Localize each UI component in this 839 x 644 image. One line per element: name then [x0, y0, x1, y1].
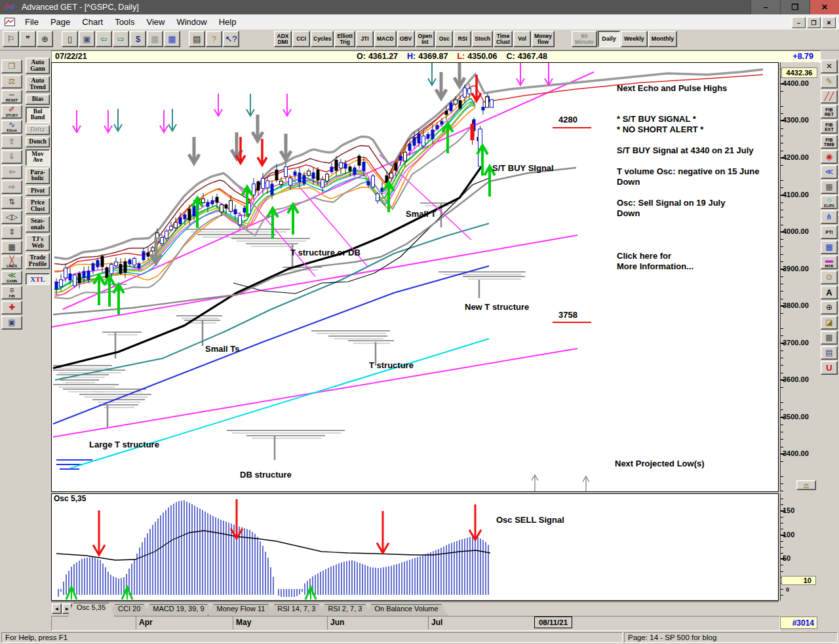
study-toolbar-button[interactable]: Vol	[513, 31, 531, 47]
eraser-icon[interactable]: ◪	[821, 316, 838, 330]
sidebar-study-button[interactable]: Auto Gann	[26, 58, 50, 74]
tab-macd[interactable]: MACD 19, 39, 9	[144, 604, 213, 616]
compress-vertical-icon[interactable]: ⇅	[1, 195, 22, 209]
study-toolbar-button[interactable]: OBV	[397, 31, 415, 47]
gann-tool-icon[interactable]: ≪GANN	[1, 271, 22, 284]
print-icon[interactable]: ▤	[189, 31, 205, 47]
arrow-up-icon[interactable]: ⇧	[1, 135, 22, 149]
menu-chart[interactable]: Chart	[76, 16, 109, 28]
study-toolbar-button[interactable]: Cycles	[311, 31, 334, 47]
reset-icon[interactable]: ⇔RESET	[1, 90, 22, 104]
mdi-restore-button[interactable]: ❐	[807, 17, 821, 28]
price-axis[interactable]: 4432.36 4400.004300.004200.004100.004000…	[780, 62, 819, 492]
menu-page[interactable]: Page	[45, 16, 76, 28]
arrow-down-icon[interactable]: ⇩	[1, 150, 22, 164]
page-forward-icon[interactable]: ⇨	[113, 31, 129, 47]
study-toolbar-button[interactable]: CCI	[292, 31, 310, 47]
annotation-click-here[interactable]: Click here for	[617, 251, 671, 261]
study-toolbar-button[interactable]: Elliott Trig	[334, 31, 355, 47]
fib-extension-icon[interactable]: FIB EXT	[821, 120, 838, 134]
mdi-minimize-button[interactable]: –	[792, 17, 806, 28]
grid-color-icon[interactable]: ▦	[164, 31, 180, 47]
oscillator-panel[interactable]	[51, 493, 779, 601]
grid-dots-icon[interactable]: ▦	[1, 240, 22, 254]
sidebar-study-button[interactable]: Donch	[26, 137, 50, 147]
study-toolbar-button[interactable]: Stoch	[472, 31, 493, 47]
sidebar-study-button[interactable]: Mov Ave	[26, 149, 50, 166]
tab-cci-20[interactable]: CCI 20	[109, 604, 149, 616]
timeframe-button[interactable]: Weekly	[621, 31, 648, 47]
save-icon[interactable]: ▣	[79, 31, 95, 47]
menu-tools[interactable]: Tools	[109, 16, 140, 28]
compress-time-icon[interactable]: ⇕	[1, 225, 22, 239]
pitchfork-icon[interactable]: ⋔	[821, 210, 838, 224]
profit-taking-icon[interactable]: ⊙	[821, 271, 838, 284]
study-toolbar-button[interactable]: JTI	[356, 31, 374, 47]
close-button[interactable]: ✕	[810, 0, 839, 14]
fib-time-icon[interactable]: FIB TIME	[821, 135, 838, 149]
context-help-icon[interactable]: ↖?	[223, 31, 239, 47]
annotation-more-information[interactable]: More Information...	[617, 261, 693, 271]
sidebar-study-button[interactable]: Seas- onals	[26, 216, 50, 233]
study-toolbar-button[interactable]: Open Int	[416, 31, 435, 47]
study-toolbar-button[interactable]: ADX DMI	[274, 31, 292, 47]
grid-tool-icon[interactable]: ▦	[821, 180, 838, 194]
menu-view[interactable]: View	[140, 16, 170, 28]
ellipse-tool-icon[interactable]: ○ELIPS	[821, 195, 838, 209]
mob-icon[interactable]: ▬MOB	[821, 256, 838, 269]
crosshair-icon[interactable]: ✚	[1, 301, 22, 314]
sidebar-study-button[interactable]: TJ's Web	[26, 235, 50, 251]
timeframe-button[interactable]: 60 Minute	[572, 31, 597, 47]
quotes-icon[interactable]: ❞	[20, 31, 36, 47]
menu-help[interactable]: Help	[213, 16, 243, 28]
study-toolbar-button[interactable]: Time Clust	[494, 31, 513, 47]
open-chart-icon[interactable]: ❐	[1, 60, 22, 73]
page-back-icon[interactable]: ⇦	[96, 31, 112, 47]
restore-button[interactable]: ❐	[780, 0, 810, 14]
sidebar-study-button[interactable]: Auto Trend	[26, 76, 50, 92]
study-toolbar-button[interactable]: Money flow	[532, 31, 555, 47]
grid-off-icon[interactable]: ▦	[147, 31, 163, 47]
menu-window[interactable]: Window	[170, 16, 212, 28]
make-grid-icon[interactable]: ▦	[821, 240, 838, 254]
mdi-close-button[interactable]: ✕	[822, 17, 836, 28]
close-chart-icon[interactable]: ✕	[821, 60, 838, 73]
lines-tool-icon[interactable]: ╳LINES	[1, 256, 22, 269]
timeframe-button[interactable]: Monthly	[648, 31, 678, 47]
sidebar-study-button[interactable]: Bol Band	[26, 107, 50, 123]
minimize-button[interactable]: –	[751, 0, 780, 14]
elliott-wave-icon[interactable]: ∿Elliott	[1, 120, 22, 134]
study-toolbar-button[interactable]: MACD	[374, 31, 397, 47]
tab-rsi-14-7-3[interactable]: RSI 14, 7, 3	[268, 604, 324, 616]
scales-button[interactable]: ⚖	[796, 480, 816, 490]
fib-retracement-icon[interactable]: FIB RET	[821, 105, 838, 119]
pin-icon[interactable]: ⚐	[3, 31, 19, 47]
sidebar-study-button[interactable]: Bias	[26, 94, 50, 105]
magnet-icon[interactable]: U	[821, 361, 838, 375]
sidebar-study-button[interactable]: Delta	[26, 125, 50, 136]
sidebar-study-button[interactable]: Price Clust	[26, 198, 50, 214]
study-toolbar-button[interactable]: RSI	[454, 31, 471, 47]
snapshot-icon[interactable]: ▣	[1, 316, 22, 330]
tab-on-balance-volume[interactable]: On Balance Volume	[365, 604, 447, 616]
oscillator-axis[interactable]: 15010050 10 0	[780, 493, 819, 601]
zoom-tool-icon[interactable]: ⊕	[821, 301, 838, 314]
scales-icon[interactable]: ⚖	[1, 75, 22, 88]
fan-lines-icon[interactable]: ≪	[821, 165, 838, 179]
fib-circles-icon[interactable]: ◉	[821, 150, 838, 164]
pti-icon[interactable]: PTI	[821, 225, 838, 239]
magnifier-icon[interactable]: ⊕	[37, 31, 53, 47]
projection-date-box[interactable]: 08/11/21	[534, 616, 572, 628]
tab-money-flow[interactable]: Money Flow 11	[208, 604, 275, 616]
timeframe-button[interactable]: Daily	[598, 31, 620, 47]
sidebar-study-button[interactable]: Trade Profile	[26, 253, 50, 269]
sidebar-study-button[interactable]: Para- bolic	[26, 168, 50, 184]
expand-horizontal-icon[interactable]: ◁▷	[1, 210, 22, 224]
study-icon[interactable]: ✐STUDY	[1, 105, 22, 119]
text-tool-icon[interactable]: A	[821, 286, 838, 299]
tab-osc-5-35[interactable]: Osc 5,35	[68, 603, 115, 616]
study-toolbar-button[interactable]: Osc	[435, 31, 453, 47]
menu-file[interactable]: File	[19, 16, 45, 28]
sidebar-study-button-xtl[interactable]: XTL	[26, 273, 50, 285]
notes-icon[interactable]: ▤	[821, 346, 838, 360]
